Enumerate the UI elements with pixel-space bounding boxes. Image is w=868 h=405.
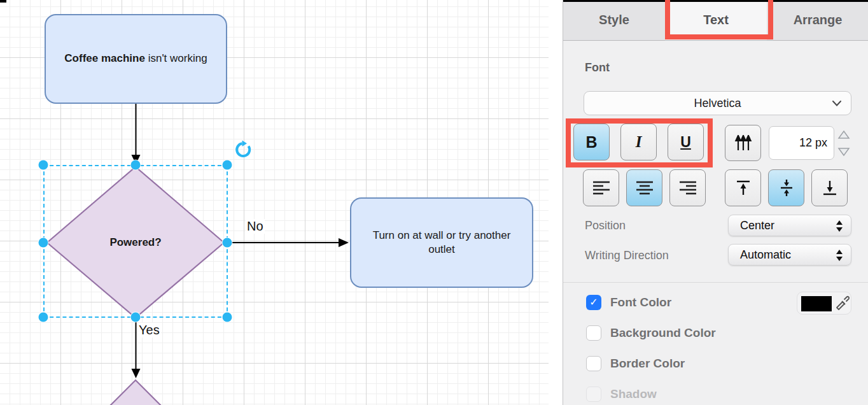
align-left-icon — [592, 180, 611, 195]
format-panel: Style Text Arrange Font Helvetica B I U — [563, 0, 868, 405]
resize-handle-e[interactable] — [223, 238, 232, 248]
tab-arrange[interactable]: Arrange — [767, 0, 868, 40]
valign-middle-icon — [778, 179, 795, 197]
node-turn-on-outlet[interactable]: Turn on at wall or try another outlet — [350, 197, 533, 288]
font-family-dropdown[interactable]: Helvetica — [584, 91, 851, 115]
edge-start-powered[interactable] — [132, 104, 141, 164]
italic-button[interactable]: I — [620, 124, 657, 160]
tab-style[interactable]: Style — [563, 0, 665, 40]
shadow-row: Shadow — [586, 387, 657, 402]
valign-bottom-button[interactable] — [811, 169, 848, 206]
node-label-rest: isn't working — [145, 52, 207, 64]
font-color-checkbox[interactable]: ✓ — [586, 295, 601, 310]
font-color-label: Font Color — [610, 295, 671, 309]
resize-handle-nw[interactable] — [39, 160, 48, 170]
vertical-arrows-icon — [734, 135, 753, 152]
underline-icon: U — [680, 134, 691, 151]
position-value: Center — [740, 219, 774, 232]
font-family-value: Helvetica — [694, 97, 741, 110]
border-color-label: Border Color — [610, 357, 685, 371]
shadow-checkbox — [586, 387, 601, 402]
align-left-button[interactable] — [583, 169, 619, 206]
node-coffee-machine[interactable]: Coffee machine isn't working — [45, 14, 227, 104]
edge-label-no[interactable]: No — [246, 219, 265, 234]
text-direction-button[interactable] — [725, 125, 761, 161]
node-outlet-label: Turn on at wall or try another outlet — [360, 229, 523, 257]
border-color-row: Border Color — [586, 356, 685, 371]
format-tabbar: Style Text Arrange — [563, 0, 868, 41]
bold-icon: B — [585, 133, 597, 152]
border-color-checkbox[interactable] — [586, 356, 601, 371]
bold-button[interactable]: B — [573, 124, 610, 160]
color-swatch — [801, 296, 832, 311]
italic-icon: I — [636, 133, 642, 151]
stepper-arrows-icon — [837, 127, 851, 159]
eyedropper-icon — [834, 295, 851, 312]
diagram-canvas[interactable]: Coffee machine isn't working Powered? Tu… — [0, 0, 563, 405]
font-section-label: Font — [585, 61, 610, 75]
font-size-input[interactable]: 12 px — [769, 126, 834, 160]
chevron-down-icon — [832, 101, 841, 106]
panel-top-border — [563, 0, 868, 2]
writing-direction-label: Writing Direction — [585, 249, 669, 262]
section-divider — [563, 282, 868, 283]
background-color-label: Background Color — [610, 326, 716, 340]
shadow-label: Shadow — [610, 387, 657, 401]
font-color-row: ✓ Font Color — [586, 295, 671, 310]
align-center-icon — [635, 180, 654, 195]
align-center-button[interactable] — [626, 169, 662, 206]
resize-handle-n[interactable] — [131, 160, 141, 170]
position-select[interactable]: Center — [728, 215, 851, 236]
font-size-value: 12 px — [799, 136, 827, 150]
node-label-bold-part: Coffee machine — [64, 52, 145, 64]
background-color-row: Background Color — [586, 325, 716, 341]
resize-handle-ne[interactable] — [223, 160, 232, 170]
edge-label-yes[interactable]: Yes — [137, 323, 161, 338]
checkmark-icon: ✓ — [589, 297, 598, 308]
valign-top-button[interactable] — [725, 169, 761, 206]
updown-arrows-icon — [836, 220, 843, 232]
app-window: Coffee machine isn't working Powered? Tu… — [0, 0, 868, 405]
font-color-swatch-button[interactable] — [797, 292, 851, 315]
resize-handle-s[interactable] — [131, 313, 141, 322]
resize-handle-sw[interactable] — [39, 313, 48, 322]
align-right-icon — [678, 180, 697, 195]
position-label: Position — [585, 219, 626, 232]
writing-direction-value: Automatic — [740, 248, 791, 262]
valign-bottom-icon — [821, 179, 839, 197]
decision-diamond-next[interactable] — [76, 380, 195, 405]
node-coffee-machine-label: Coffee machine isn't working — [64, 52, 207, 66]
rotate-icon[interactable] — [234, 140, 253, 159]
align-right-button[interactable] — [669, 169, 706, 206]
updown-arrows-icon — [836, 249, 843, 262]
writing-direction-select[interactable]: Automatic — [728, 244, 851, 266]
tab-text[interactable]: Text — [665, 0, 767, 40]
selection-rectangle — [43, 165, 228, 318]
resize-handle-w[interactable] — [39, 238, 48, 248]
valign-top-icon — [734, 179, 752, 197]
font-size-stepper[interactable] — [837, 127, 851, 159]
edge-powered-outlet[interactable] — [228, 238, 349, 247]
underline-button[interactable]: U — [668, 124, 704, 160]
resize-handle-se[interactable] — [223, 313, 232, 322]
background-color-checkbox[interactable] — [586, 325, 601, 341]
valign-middle-button[interactable] — [768, 169, 804, 206]
